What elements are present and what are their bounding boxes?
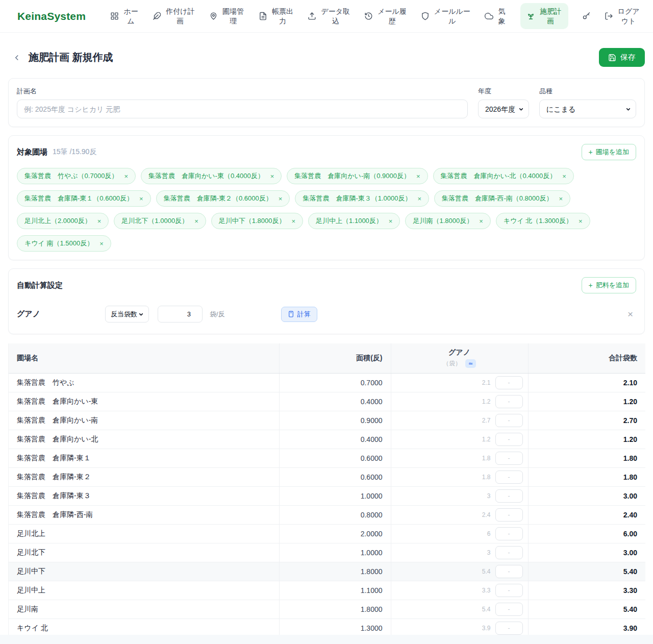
auto-calculated-value: 1.8 — [482, 474, 491, 481]
total-bags-cell: 5.40 — [528, 600, 645, 618]
area-cell: 0.9000 — [279, 411, 391, 430]
logout-icon — [605, 12, 613, 20]
rate-input[interactable] — [158, 306, 203, 323]
header-fertilizer-name: グアノ — [396, 348, 523, 357]
override-bags-input[interactable] — [495, 508, 523, 522]
remove-tag-icon[interactable]: × — [562, 172, 566, 180]
override-bags-input[interactable] — [495, 395, 523, 408]
header-total-bags: 合計袋数 — [528, 343, 645, 373]
fertilizer-name: グアノ — [17, 309, 105, 319]
target-fields-card: 対象圃場 15筆 /15.90反 + 圃場を追加 集落営農 竹やぶ（0.7000… — [8, 135, 645, 260]
field-tag-label: 集落営農 竹やぶ（0.7000反） — [24, 171, 118, 181]
remove-tag-icon[interactable]: × — [279, 195, 283, 203]
variety-select[interactable]: にこまる — [539, 100, 636, 118]
nav-item-label: ログアウト — [617, 7, 640, 26]
override-bags-input[interactable] — [495, 433, 523, 446]
nav-item-field-management[interactable]: 圃場管理 — [209, 7, 245, 26]
remove-tag-icon[interactable]: × — [389, 217, 393, 225]
remove-tag-icon[interactable]: × — [97, 217, 102, 225]
override-bags-input[interactable] — [495, 584, 523, 597]
remove-tag-icon[interactable]: × — [139, 195, 143, 203]
field-tag-label: キウイ 南（1.5000反） — [24, 239, 93, 248]
nav-item-report-output[interactable]: 帳票出力 — [259, 7, 294, 26]
fertilizer-cell: 3.3 — [391, 581, 528, 600]
table-row: 集落営農 倉庫向かい-東0.40001.21.20 — [9, 392, 645, 411]
override-bags-input[interactable] — [495, 452, 523, 465]
fertilizer-cell: 5.4 — [391, 562, 528, 581]
field-tag-label: 集落営農 倉庫隣-東３（1.0000反） — [303, 194, 411, 203]
remove-tag-icon[interactable]: × — [416, 172, 420, 180]
remove-tag-icon[interactable]: × — [479, 217, 483, 225]
nav-item-label: 作付け計画 — [165, 7, 195, 26]
nav-item-planting-plan[interactable]: 作付け計画 — [153, 7, 195, 26]
save-icon — [608, 54, 616, 62]
override-bags-input[interactable] — [495, 489, 523, 503]
total-bags-cell: 2.40 — [528, 505, 645, 524]
table-row: 足川中上1.10003.33.30 — [9, 581, 645, 600]
remove-tag-icon[interactable]: × — [194, 217, 198, 225]
back-button[interactable] — [12, 53, 21, 62]
remove-tag-icon[interactable]: × — [124, 172, 128, 180]
document-icon — [259, 12, 267, 20]
save-button[interactable]: 保存 — [599, 48, 645, 67]
nav-item-data-import[interactable]: データ取込 — [308, 7, 350, 26]
nav-item-key[interactable] — [582, 12, 591, 20]
add-field-button[interactable]: + 圃場を追加 — [582, 144, 637, 160]
field-tag-list: 集落営農 竹やぶ（0.7000反）×集落営農 倉庫向かい-東（0.4000反）×… — [17, 168, 636, 252]
override-bags-input[interactable] — [495, 414, 523, 427]
app-logo[interactable]: KeinaSystem — [17, 10, 86, 22]
total-bags-cell: 1.20 — [528, 430, 645, 449]
area-cell: 1.8000 — [279, 600, 391, 618]
override-bags-input[interactable] — [495, 565, 523, 578]
nav-item-mail-rules[interactable]: メールルール — [421, 7, 471, 26]
nav-item-fertilization-plan[interactable]: 施肥計画 — [520, 3, 568, 30]
field-tag: 集落営農 倉庫隣-東３（1.0000反）× — [295, 190, 429, 207]
field-tag-label: 足川南（1.8000反） — [413, 216, 473, 226]
total-bags-cell: 5.40 — [528, 562, 645, 581]
table-row: 足川南1.80005.45.40 — [9, 600, 645, 618]
override-bags-input[interactable] — [495, 603, 523, 616]
plan-name-input[interactable] — [17, 100, 468, 118]
field-tag: 足川南（1.8000反）× — [405, 213, 490, 229]
field-name-cell: 集落営農 倉庫向かい-北 — [9, 430, 279, 449]
auto-calculated-value: 2.4 — [482, 511, 491, 518]
nav-item-home[interactable]: ホーム — [110, 7, 139, 26]
override-bags-input[interactable] — [495, 376, 523, 389]
field-tag: 集落営農 倉庫隣-東２（0.6000反）× — [156, 190, 290, 207]
approx-toggle-badge[interactable]: ≃ — [465, 359, 476, 368]
rate-unit-label: 袋/反 — [210, 310, 225, 319]
override-bags-input[interactable] — [495, 527, 523, 540]
remove-tag-icon[interactable]: × — [559, 195, 563, 203]
override-bags-input[interactable] — [495, 622, 523, 635]
table-row: 集落営農 倉庫隣-東２0.60001.81.80 — [9, 467, 645, 486]
remove-tag-icon[interactable]: × — [99, 240, 104, 247]
nav-item-mail-history[interactable]: メール履歴 — [364, 7, 407, 26]
top-navbar: KeinaSystem ホーム 作付け計画 圃場管理 帳票出力 — [0, 0, 653, 33]
calculate-button[interactable]: 計算 — [281, 307, 317, 322]
nav-item-logout[interactable]: ログアウト — [605, 7, 640, 26]
override-bags-input[interactable] — [495, 470, 523, 484]
area-cell: 0.4000 — [279, 430, 391, 449]
remove-tag-icon[interactable]: × — [270, 172, 274, 180]
nav-item-label: 気象 — [497, 7, 507, 26]
field-table-body: 集落営農 竹やぶ0.70002.12.10集落営農 倉庫向かい-東0.40001… — [9, 373, 645, 644]
total-bags-cell: 1.20 — [528, 392, 645, 411]
field-tag-label: 足川中上（1.1000反） — [316, 216, 383, 226]
add-fertilizer-button-label: 肥料を追加 — [596, 281, 629, 290]
total-bags-cell: 3.00 — [528, 486, 645, 505]
field-tag-label: 集落営農 倉庫向かい-南（0.9000反） — [294, 171, 410, 181]
remove-fertilizer-icon[interactable]: × — [627, 309, 636, 319]
auto-calc-title: 自動計算設定 — [17, 281, 63, 290]
field-tag: 集落営農 倉庫隣-西-南（0.8000反）× — [434, 190, 570, 207]
target-fields-count: 15筆 /15.90反 — [53, 147, 96, 157]
year-select[interactable]: 2026年度 — [478, 100, 529, 118]
add-fertilizer-button[interactable]: + 肥料を追加 — [582, 277, 637, 293]
override-bags-input[interactable] — [495, 546, 523, 559]
calc-mode-select[interactable]: 反当袋数 — [105, 306, 149, 323]
area-cell: 0.7000 — [279, 373, 391, 392]
sprout-icon — [526, 12, 535, 20]
remove-tag-icon[interactable]: × — [579, 217, 583, 225]
remove-tag-icon[interactable]: × — [291, 217, 295, 225]
remove-tag-icon[interactable]: × — [417, 195, 421, 203]
nav-item-weather[interactable]: 気象 — [485, 7, 507, 26]
